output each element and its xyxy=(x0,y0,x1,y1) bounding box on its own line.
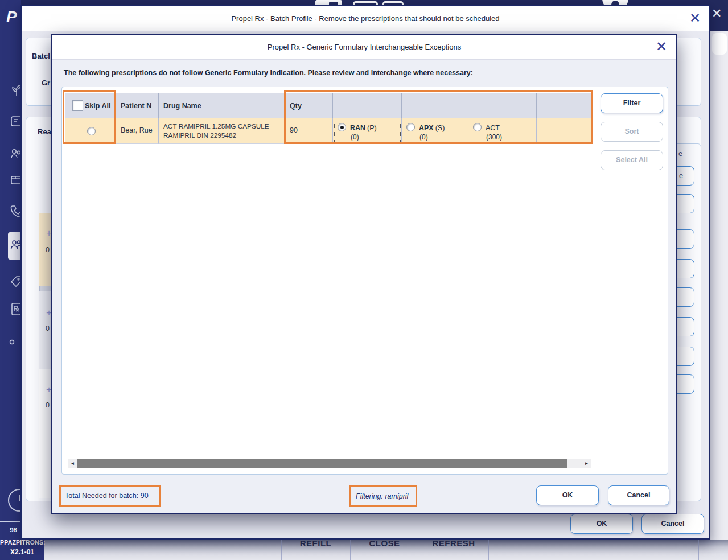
inner-close-icon[interactable]: ✕ xyxy=(656,39,667,55)
drug-column-header[interactable]: Drug Name xyxy=(159,93,285,118)
option3-column-header xyxy=(468,93,537,118)
total-needed-text: Total Needed for batch: 90 xyxy=(65,492,149,500)
package-icon[interactable] xyxy=(9,172,21,187)
option-act-cell: ACT (300) xyxy=(468,118,537,144)
ran-radio[interactable] xyxy=(338,123,346,131)
right-panel xyxy=(710,31,728,542)
option-apx-cell: APX(S) (0) xyxy=(402,118,468,144)
drug-line2: RAMIPRIL DIN 2295482 xyxy=(159,131,285,140)
horizontal-scrollbar: ◄ ► xyxy=(68,459,591,468)
skip-all-checkbox[interactable] xyxy=(72,100,83,111)
option1-column-header xyxy=(333,93,402,118)
ran-code: RAN xyxy=(350,124,365,132)
inner-dialog-titlebar: Propel Rx - Generic Formulary Interchang… xyxy=(52,35,676,60)
form-icon[interactable] xyxy=(9,114,21,129)
qty-cell: 90 xyxy=(285,118,333,144)
scroll-left-icon[interactable]: ◄ xyxy=(68,459,77,468)
bottom-toolbar: REFILL CLOSE REFRESH xyxy=(0,540,728,560)
app-window: ✕ REFILL CLOSE REFRESH P xyxy=(0,0,728,560)
skip-cell xyxy=(65,118,116,144)
outer-ok-button[interactable]: OK xyxy=(570,514,633,534)
window-close-icon[interactable]: ✕ xyxy=(711,6,722,21)
scrollbar-track[interactable] xyxy=(567,459,582,468)
scroll-right-icon[interactable]: ► xyxy=(582,459,591,468)
apx-code: APX xyxy=(419,124,434,132)
ran-tag: (P) xyxy=(367,124,377,132)
apx-stock: (0) xyxy=(419,133,428,141)
table-header-row: Skip All Patient N Drug Name Qty xyxy=(65,93,593,118)
empty-column-header xyxy=(537,93,593,118)
outer-close-icon[interactable]: ✕ xyxy=(689,10,701,26)
propel-logo: P xyxy=(6,8,17,26)
formulary-exceptions-dialog: Propel Rx - Generic Formulary Interchang… xyxy=(51,34,677,514)
act-radio[interactable] xyxy=(473,123,482,131)
filtering-text: Filtering: ramipril xyxy=(356,492,408,500)
filtering-box: Filtering: ramipril xyxy=(349,485,417,507)
inner-dialog-title: Propel Rx - Generic Formulary Interchang… xyxy=(52,35,676,59)
skip-radio[interactable] xyxy=(87,127,96,135)
drug-line1: ACT-RAMIPRIL 1.25MG CAPSULE xyxy=(159,118,285,131)
option-ran-cell: RAN(P) (0) xyxy=(333,118,402,144)
exceptions-table: Skip All Patient N Drug Name Qty Bear, R… xyxy=(61,87,668,475)
outer-dialog-title: Propel Rx - Batch Profile - Remove the p… xyxy=(22,6,709,31)
dot-icon[interactable] xyxy=(9,337,15,343)
group-label: Gr xyxy=(42,79,50,87)
inner-ok-button[interactable]: OK xyxy=(536,485,599,505)
sidebar-badge: 98 xyxy=(0,526,17,533)
patient-group-icon[interactable] xyxy=(9,238,21,253)
total-needed-box: Total Needed for batch: 90 xyxy=(59,485,161,507)
button-label-fragment: e xyxy=(679,172,683,180)
instruction-text: The following prescriptions do not follo… xyxy=(64,69,473,77)
contacts-icon[interactable] xyxy=(9,146,21,161)
ready-label: Rea xyxy=(38,127,51,136)
outer-cancel-button[interactable]: Cancel xyxy=(641,514,704,534)
sidebar-divider xyxy=(0,521,21,522)
apx-radio[interactable] xyxy=(406,123,415,131)
batch-label: Batcl xyxy=(32,52,50,60)
act-stock: (300) xyxy=(486,133,502,141)
label-fragment: e xyxy=(678,150,682,158)
row-count: 0 xyxy=(46,401,50,409)
clock-icon[interactable] xyxy=(7,487,21,513)
drug-cell: ACT-RAMIPRIL 1.25MG CAPSULE RAMIPRIL DIN… xyxy=(159,118,285,144)
patient-cell: Bear, Rue xyxy=(116,118,159,144)
tag-icon[interactable] xyxy=(9,274,21,289)
patient-column-header[interactable]: Patient N xyxy=(116,93,159,118)
act-code: ACT xyxy=(486,124,500,132)
version-number: X2.1-01 xyxy=(0,548,44,556)
phone-icon[interactable] xyxy=(9,204,21,219)
empty-cell xyxy=(537,118,593,144)
ran-stock: (0) xyxy=(351,133,359,141)
skip-all-header: Skip All xyxy=(65,93,116,118)
apx-tag: (S) xyxy=(435,124,445,132)
outer-dialog-titlebar: Propel Rx - Batch Profile - Remove the p… xyxy=(22,6,709,31)
scrollbar-thumb[interactable] xyxy=(77,459,567,468)
skip-all-label: Skip All xyxy=(85,102,110,110)
right-panel-widget xyxy=(712,33,727,55)
sidebar: P 98 xyxy=(0,0,21,560)
table-row[interactable]: Bear, Rue ACT-RAMIPRIL 1.25MG CAPSULE RA… xyxy=(65,118,593,144)
inner-cancel-button[interactable]: Cancel xyxy=(608,485,669,505)
version-block: PPAZPITRONS: X2.1-01 xyxy=(0,537,44,560)
option2-column-header xyxy=(402,93,468,118)
filter-button[interactable]: Filter xyxy=(601,93,663,113)
plant-icon[interactable] xyxy=(9,83,21,97)
rx-icon[interactable] xyxy=(9,302,21,316)
sort-button[interactable]: Sort xyxy=(601,122,663,142)
row-count: 0 xyxy=(46,246,50,254)
qty-column-header[interactable]: Qty xyxy=(285,93,333,118)
row-count: 0 xyxy=(46,324,50,332)
select-all-button[interactable]: Select All xyxy=(601,150,663,170)
